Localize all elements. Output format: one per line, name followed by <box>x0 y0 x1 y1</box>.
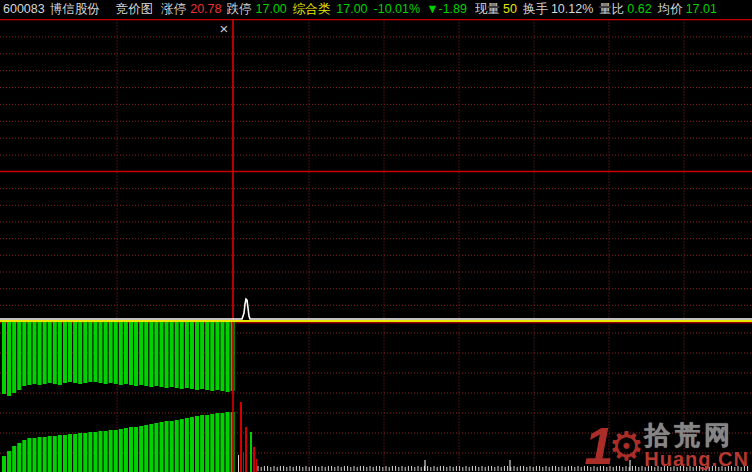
info-stock-code: 600083 <box>3 0 45 19</box>
info-current-vol-label: 现量 <box>475 0 500 19</box>
info-limit-up-label: 涨停 <box>161 0 186 19</box>
info-current-vol-value: 50 <box>503 0 517 19</box>
watermark-text: 拾荒网 Huang.CN <box>644 422 749 470</box>
info-avg-price-value: 17.01 <box>686 0 717 19</box>
info-last-price: 17.00 <box>336 0 367 19</box>
watermark-site-name: 拾荒网 <box>644 422 749 449</box>
stock-info-bar: 600083博信股份竞价图涨停20.78跌停17.00综合类17.00-10.0… <box>0 0 752 19</box>
info-turnover-value: 10.12% <box>551 0 593 19</box>
auction-chart-window: 600083博信股份竞价图涨停20.78跌停17.00综合类17.00-10.0… <box>0 0 752 472</box>
info-limit-down-value: 17.00 <box>256 0 287 19</box>
watermark-number: 1 <box>585 423 611 469</box>
info-avg-price-label: 均价 <box>658 0 683 19</box>
info-turnover-label: 换手 <box>523 0 548 19</box>
info-view-label: 竞价图 <box>116 0 154 19</box>
close-button[interactable]: × <box>215 21 233 37</box>
info-vol-ratio-value: 0.62 <box>627 0 651 19</box>
watermark-domain: Huang.CN <box>644 449 749 470</box>
auction-chart[interactable] <box>0 0 752 472</box>
info-limit-up-value: 20.78 <box>190 0 221 19</box>
info-stock-name: 博信股份 <box>50 0 100 19</box>
info-vol-ratio-label: 量比 <box>599 0 624 19</box>
info-sector-label: 综合类 <box>293 0 331 19</box>
gear-icon: ⚙ <box>608 426 641 466</box>
watermark-logo: 1⚙ <box>585 423 642 469</box>
info-change-percent: -10.01% <box>374 0 421 19</box>
info-limit-down-label: 跌停 <box>227 0 252 19</box>
info-change-value: ▼-1.89 <box>426 0 467 19</box>
watermark: 1⚙ 拾荒网 Huang.CN <box>585 422 749 470</box>
